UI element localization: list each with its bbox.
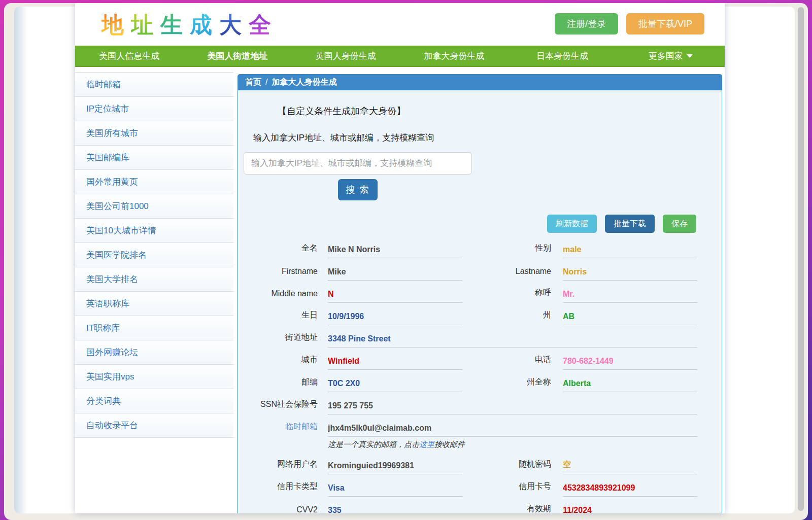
desktop-background: 地址生成大全 注册/登录 批量下载/VIP 美国人信息生成美国人街道地址英国人身… <box>0 0 812 520</box>
field-cvv2-value: 335 <box>328 506 462 513</box>
search-button[interactable]: 搜 索 <box>338 179 378 200</box>
field-birthday-label: 生日 <box>238 310 318 325</box>
sidebar-item-11[interactable]: 国外网赚论坛 <box>75 340 233 365</box>
field-street-label: 街道地址 <box>238 332 318 348</box>
nav-item-label: 美国人信息生成 <box>99 50 159 62</box>
nav-item-label: 英国人身份生成 <box>316 50 376 62</box>
batch-download-vip-button[interactable]: 批量下载/VIP <box>626 13 704 34</box>
sidebar-item-1[interactable]: IP定位城市 <box>75 97 233 121</box>
form-row: 临时邮箱jhx4m5lk0ul@claimab.com <box>238 414 722 437</box>
field-title-label: 称呼 <box>462 288 551 303</box>
field-expiry-label: 有效期 <box>462 504 551 513</box>
field-street-value: 3348 Pine Street <box>328 334 697 348</box>
save-button[interactable]: 保存 <box>663 215 696 233</box>
field-password-label: 随机密码 <box>462 459 551 474</box>
site-container: 地址生成大全 注册/登录 批量下载/VIP 美国人信息生成美国人街道地址英国人身… <box>75 3 725 513</box>
main-nav: 美国人信息生成美国人街道地址英国人身份生成加拿大身份生成日本身份生成更多国家 <box>75 46 725 67</box>
search-hint-text: 输入加拿大IP地址、城市或邮编，支持模糊查询 <box>253 132 722 144</box>
nav-item-label: 加拿大身份生成 <box>424 50 484 62</box>
field-middle-name-value: N <box>328 290 462 303</box>
sidebar-item-5[interactable]: 美国公司前1000 <box>75 194 233 219</box>
field-zip-label: 邮编 <box>238 377 318 392</box>
field-state-label: 州 <box>462 310 551 325</box>
identity-form: 全名Mike N Norris性别maleFirstnameMikeLastna… <box>238 236 722 513</box>
nav-item-label: 日本身份生成 <box>536 50 588 62</box>
logo-char-1: 址 <box>131 12 160 38</box>
field-lastname-label: Lastname <box>462 267 551 281</box>
field-ssn-label: SSN社会保险号 <box>238 399 318 414</box>
sidebar-item-10[interactable]: IT职称库 <box>75 316 233 340</box>
email-note-text: 接收邮件 <box>434 440 465 449</box>
field-full-name-value: Mike N Norris <box>328 245 462 258</box>
form-row: 邮编T0C 2X0州全称Alberta <box>238 370 722 392</box>
nav-item-label: 美国人街道地址 <box>207 50 267 62</box>
field-zip-value: T0C 2X0 <box>328 379 462 392</box>
refresh-data-button[interactable]: 刷新数据 <box>547 215 597 233</box>
sidebar-item-13[interactable]: 分类词典 <box>75 389 233 413</box>
result-actions: 刷新数据 批量下载 保存 <box>238 215 722 233</box>
logo-char-4: 大 <box>219 12 249 38</box>
field-phone-value: 780-682-1449 <box>563 357 697 370</box>
sidebar-item-4[interactable]: 国外常用黄页 <box>75 170 233 194</box>
scrollbar-thumb[interactable] <box>798 7 804 511</box>
field-username-value: Krominguied19969381 <box>328 461 462 474</box>
sidebar-item-7[interactable]: 美国医学院排名 <box>75 243 233 267</box>
field-state-full-label: 州全称 <box>462 377 551 392</box>
search-input[interactable] <box>244 152 472 175</box>
field-state-full-value: Alberta <box>563 379 697 392</box>
nav-item-2[interactable]: 英国人身份生成 <box>292 46 400 66</box>
field-cvv2-label: CVV2 <box>238 505 318 513</box>
sidebar-item-12[interactable]: 美国实用vps <box>75 365 233 389</box>
breadcrumb-home-link[interactable]: 首页 <box>245 78 261 86</box>
header-buttons: 注册/登录 批量下载/VIP <box>555 13 704 34</box>
field-phone-label: 电话 <box>462 355 551 370</box>
sidebar-item-6[interactable]: 美国10大城市详情 <box>75 219 233 243</box>
form-row: SSN社会保险号195 275 755 <box>238 392 722 414</box>
scrollbar-track <box>796 5 806 513</box>
form-row: FirstnameMikeLastnameNorris <box>238 258 722 281</box>
nav-item-label: 更多国家 <box>649 50 683 62</box>
field-firstname-value: Mike <box>328 267 462 281</box>
nav-item-5[interactable]: 更多国家 <box>617 46 725 66</box>
form-row: CVV2335有效期11/2024 <box>238 497 722 513</box>
form-row: 生日10/9/1996州AB <box>238 303 722 325</box>
page-title: 【自定义条件生成加拿大身份】 <box>278 105 722 117</box>
field-state-value: AB <box>563 312 697 325</box>
nav-item-1[interactable]: 美国人街道地址 <box>183 46 291 66</box>
field-temp-email-value: jhx4m5lk0ul@claimab.com <box>328 424 697 437</box>
field-card-type-value: Visa <box>328 483 462 497</box>
field-username-label: 网络用户名 <box>238 459 318 474</box>
sidebar-item-8[interactable]: 美国大学排名 <box>75 267 233 292</box>
form-row: 城市Winfield电话780-682-1449 <box>238 348 722 370</box>
sidebar-item-2[interactable]: 美国所有城市 <box>75 121 233 146</box>
field-temp-email-label[interactable]: 临时邮箱 <box>238 422 318 437</box>
breadcrumb: 首页/加拿大人身份生成 <box>238 74 722 90</box>
nav-item-4[interactable]: 日本身份生成 <box>508 46 616 66</box>
field-lastname-value: Norris <box>563 267 697 281</box>
form-row: 街道地址3348 Pine Street <box>238 325 722 348</box>
email-note: 这是一个真实的邮箱，点击这里接收邮件 <box>238 437 722 452</box>
nav-item-3[interactable]: 加拿大身份生成 <box>400 46 508 66</box>
register-login-button[interactable]: 注册/登录 <box>555 13 618 34</box>
logo-char-2: 生 <box>160 12 190 38</box>
field-gender-value: male <box>563 245 697 258</box>
site-logo[interactable]: 地址生成大全 <box>101 10 278 40</box>
nav-item-0[interactable]: 美国人信息生成 <box>75 46 183 66</box>
sidebar-item-3[interactable]: 美国邮编库 <box>75 146 233 170</box>
sidebar-item-0[interactable]: 临时邮箱 <box>75 73 233 97</box>
field-city-label: 城市 <box>238 355 318 370</box>
sidebar: 临时邮箱IP定位城市美国所有城市美国邮编库国外常用黄页美国公司前1000美国10… <box>75 72 233 438</box>
site-header: 地址生成大全 注册/登录 批量下载/VIP <box>75 3 725 46</box>
field-password-value: 空 <box>563 460 697 474</box>
breadcrumb-separator: / <box>261 78 272 86</box>
sidebar-item-9[interactable]: 英语职称库 <box>75 292 233 316</box>
field-title-value: Mr. <box>563 290 697 303</box>
batch-download-button[interactable]: 批量下载 <box>605 215 655 233</box>
field-ssn-value: 195 275 755 <box>328 401 697 414</box>
receive-mail-link[interactable]: 这里 <box>419 440 434 449</box>
field-card-type-label: 信用卡类型 <box>238 481 318 497</box>
email-note-text: 这是一个真实的邮箱，点击 <box>328 440 419 449</box>
form-row: Middle nameN称呼Mr. <box>238 281 722 303</box>
sidebar-item-14[interactable]: 自动收录平台 <box>75 413 233 438</box>
field-card-number-label: 信用卡号 <box>462 481 551 497</box>
